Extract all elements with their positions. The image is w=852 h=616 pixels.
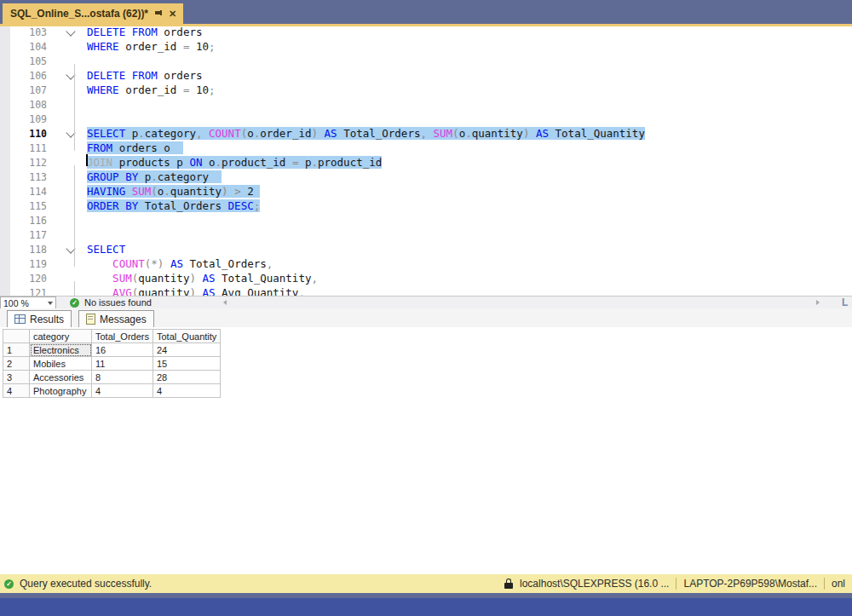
fold-margin [47,271,87,285]
code-line[interactable]: 104WHERE order_id = 10; [0,39,645,54]
fold-margin [47,112,87,126]
line-number: 108 [0,99,47,111]
chevron-down-icon [48,302,53,305]
code-text: SELECT p.category, COUNT(o.order_id) AS … [87,126,645,141]
line-number: 121 [0,287,47,296]
grid-cell[interactable]: Mobiles [30,357,92,371]
grid-cell[interactable]: Photography [30,384,92,398]
grid-cell[interactable]: Electronics [30,343,92,357]
code-line[interactable]: 105 [0,54,645,68]
row-number-cell[interactable]: 3 [3,371,30,384]
fold-guide-line [74,165,75,267]
code-text: GROUP BY p.category [87,170,222,184]
line-number: 110 [0,128,47,140]
fold-margin [47,97,87,112]
fold-margin [47,155,87,170]
table-row: 2Mobiles1115 [3,357,221,371]
hscroll-right-arrow-icon[interactable] [816,300,820,305]
tab-results[interactable]: Results [7,310,72,327]
code-line[interactable]: 110SELECT p.category, COUNT(o.order_id) … [0,126,645,141]
code-text: DELETE FROM orders [87,26,202,39]
code-text: SUM(quantity) AS Total_Quantity, [87,271,318,285]
column-header[interactable]: Total_Orders [92,330,153,343]
zoom-dropdown[interactable]: 100 % [0,296,56,309]
column-header[interactable]: Total_Quantity [153,330,220,343]
grid-cell[interactable]: 16 [92,343,153,357]
fold-margin [47,170,87,184]
hscroll-left-arrow-icon[interactable] [223,300,227,305]
fold-margin [47,83,87,97]
grid-cell[interactable]: 4 [153,384,220,398]
line-number: 118 [0,244,47,256]
fold-margin [47,68,87,83]
line-number: 119 [0,258,47,270]
grid-cell[interactable]: 8 [92,371,153,384]
clipped-ui-fragment: L [842,296,848,308]
code-line[interactable]: 114HAVING SUM(o.quantity) > 2 [0,184,645,199]
grid-cell[interactable]: 4 [92,384,153,398]
table-row: 3Accessories828 [3,371,221,384]
code-text: SELECT [87,242,125,256]
code-line[interactable]: 119 COUNT(*) AS Total_Orders, [0,256,645,271]
check-circle-icon: ✓ [70,298,79,308]
code-line[interactable]: 117 [0,227,645,242]
corner-header-cell[interactable] [3,330,30,343]
line-number: 109 [0,113,47,125]
line-number: 115 [0,200,47,212]
line-number: 106 [0,70,47,82]
code-line[interactable]: 109 [0,112,645,126]
grid-cell[interactable]: 11 [92,357,153,371]
user-name[interactable]: LAPTOP-2P69P598\Mostaf... [676,578,824,590]
code-text: HAVING SUM(o.quantity) > 2 [87,184,260,199]
fold-margin [47,227,87,242]
code-line[interactable]: 113GROUP BY p.category [0,170,645,184]
code-line[interactable]: 103DELETE FROM orders [0,26,645,39]
success-check-icon: ✓ [4,579,14,589]
code-line[interactable]: 108 [0,97,645,112]
line-number: 105 [0,55,47,67]
row-number-cell[interactable]: 4 [3,384,30,398]
health-indicator[interactable]: ✓ No issues found [70,296,152,308]
code-line[interactable]: 118SELECT [0,242,645,256]
code-editor[interactable]: 103DELETE FROM orders104WHERE order_id =… [0,26,852,296]
grid-cell[interactable]: 24 [153,343,220,357]
table-row: 4Photography44 [3,384,221,398]
status-bar: ✓ Query executed successfully. localhost… [0,574,852,593]
grid-cell[interactable]: 28 [153,371,220,384]
code-line[interactable]: 107WHERE order_id = 10; [0,83,645,97]
row-number-cell[interactable]: 1 [3,343,30,357]
fold-margin [47,199,87,213]
line-number: 113 [0,171,47,183]
code-text: AVG(quantity) AS Avg_Quantity, [87,285,305,296]
code-line[interactable]: 111FROM orders o [0,141,645,155]
fold-guide-line [74,64,75,151]
code-line[interactable]: 115ORDER BY Total_Orders DESC; [0,199,645,213]
column-header[interactable]: category [30,330,92,343]
health-label: No issues found [84,297,152,308]
line-number: 117 [0,229,47,241]
code-line[interactable]: 112JOIN products p ON o.product_id = p.p… [0,155,645,170]
close-icon[interactable]: ✕ [169,9,176,18]
code-line[interactable]: 121 AVG(quantity) AS Avg_Quantity, [0,285,645,296]
code-line[interactable]: 106DELETE FROM orders [0,68,645,83]
line-number: 120 [0,273,47,285]
results-grid: category Total_Orders Total_Quantity 1El… [3,329,221,398]
server-name[interactable]: localhost\SQLEXPRESS (16.0 ... [513,578,676,590]
results-grid-icon [14,314,26,324]
status-message: Query executed successfully. [20,578,152,590]
pin-icon[interactable] [154,9,163,18]
grid-cell[interactable]: Accessories [30,371,92,384]
row-number-cell[interactable]: 2 [3,357,30,371]
zoom-value: 100 % [3,298,29,308]
document-tab[interactable]: SQL_Online_S...ostafa (62))* ✕ [3,3,183,24]
tab-messages[interactable]: Messages [78,310,154,327]
fold-margin [47,54,87,68]
code-line[interactable]: 120 SUM(quantity) AS Total_Quantity, [0,271,645,285]
ssms-window: SQL_Online_S...ostafa (62))* ✕ 103DELETE… [0,0,852,616]
fold-margin [47,213,87,227]
table-row: 1Electronics1624 [3,343,221,357]
fold-chevron-icon[interactable] [66,26,75,36]
line-number: 104 [0,41,47,53]
grid-cell[interactable]: 15 [153,357,220,371]
code-line[interactable]: 116 [0,213,645,227]
